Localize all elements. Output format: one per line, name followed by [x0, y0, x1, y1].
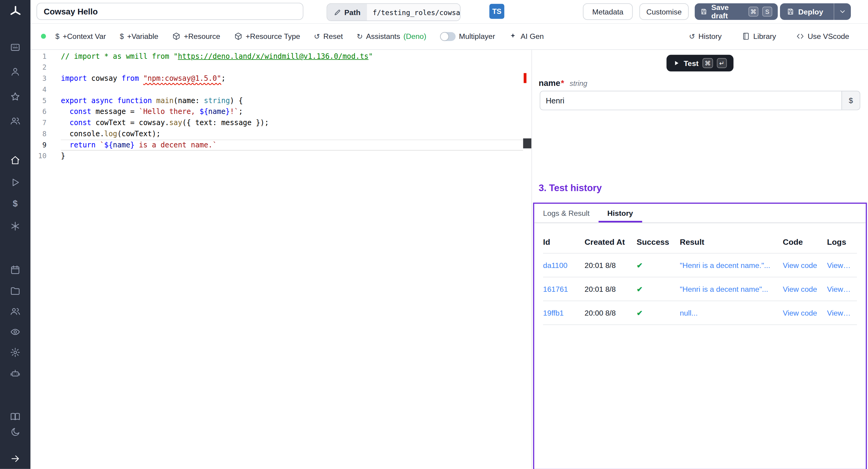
schedules-icon[interactable]	[0, 263, 30, 276]
members-icon[interactable]	[0, 305, 30, 317]
view-code-link[interactable]: View code	[783, 285, 827, 293]
view-code-link[interactable]: View code	[783, 309, 827, 317]
code-line[interactable]: // import * as wmill from "https://deno.…	[61, 51, 523, 62]
reset-label: Reset	[323, 32, 343, 41]
refresh-icon: ↻	[357, 33, 363, 40]
assistants-lang-label: (Deno)	[404, 32, 427, 41]
code-line[interactable]: import cowsay from "npm:cowsay@1.5.0";	[61, 73, 523, 84]
view-code-link[interactable]: View code	[783, 261, 827, 270]
line-number: 3	[30, 73, 61, 84]
code-line[interactable]	[61, 84, 523, 95]
add-resource-button[interactable]: +Resource	[172, 32, 220, 41]
history-icon: ↺	[689, 33, 695, 40]
toolbar-right: ↺ History Library Use VScode	[669, 32, 868, 41]
view-logs-link[interactable]: View logs	[827, 285, 857, 293]
column-header: Code	[783, 238, 827, 246]
code-lines[interactable]: // import * as wmill from "https://deno.…	[61, 51, 523, 469]
test-button[interactable]: Test ⌘ ↵	[667, 55, 734, 71]
ai-gen-button[interactable]: AI Gen	[509, 32, 544, 41]
code-line[interactable]: }	[61, 151, 523, 162]
multiplayer-toggle[interactable]	[440, 32, 456, 41]
deploy-main[interactable]: Deploy	[780, 3, 830, 20]
variables-icon[interactable]: $	[0, 198, 30, 210]
line-number: 7	[30, 117, 61, 128]
view-logs-link[interactable]: View logs	[827, 261, 857, 270]
code-line[interactable]: export async function main(name: string)…	[61, 95, 523, 106]
line-number: 1	[30, 51, 61, 62]
run-id-link[interactable]: 161761	[543, 285, 585, 293]
code-line[interactable]	[61, 62, 523, 73]
audit-logs-icon[interactable]	[0, 325, 30, 338]
use-vscode-button[interactable]: Use VScode	[796, 32, 849, 41]
view-logs-link[interactable]: View logs	[827, 309, 857, 317]
toggle-knob	[441, 32, 448, 40]
editor-toolbar: $ +Context Var $ +Variable +Resource +Re…	[30, 23, 868, 50]
book-icon	[742, 32, 750, 41]
deploy-button[interactable]: Deploy	[780, 3, 851, 20]
groups-icon[interactable]	[0, 115, 30, 127]
metadata-button[interactable]: Metadata	[583, 3, 632, 20]
add-context-var-button[interactable]: $ +Context Var	[56, 32, 106, 41]
add-variable-button[interactable]: $ +Variable	[120, 32, 158, 41]
workspace-icon[interactable]	[0, 41, 30, 53]
library-button[interactable]: Library	[742, 32, 776, 41]
run-id-link[interactable]: 19ffb1	[543, 309, 585, 317]
code-line[interactable]: const message = `Hello there, ${name}!`;	[61, 106, 523, 118]
home-icon[interactable]	[0, 154, 30, 166]
code-line[interactable]: console.log(cowText);	[61, 128, 523, 139]
deploy-label: Deploy	[798, 7, 824, 16]
assistants-label: Assistants	[366, 32, 400, 41]
tab-history[interactable]: History	[598, 204, 642, 222]
customise-button[interactable]: Customise	[639, 3, 688, 20]
main-content: 12345678910 // import * as wmill from "h…	[30, 50, 868, 469]
table-row: da110020:01 8/8✔"Henri is a decent name.…	[543, 253, 857, 277]
test-history-box: Logs & ResultHistory IdCreated AtSuccess…	[533, 202, 867, 469]
folders-icon[interactable]	[0, 285, 30, 296]
play-icon	[673, 60, 680, 66]
expand-sidebar-icon[interactable]	[0, 452, 30, 465]
test-history-title: 3. Test history	[538, 183, 601, 194]
package-icon	[234, 32, 242, 41]
code-line[interactable]: const cowText = cowsay.say({ text: messa…	[61, 117, 523, 128]
resources-icon[interactable]	[0, 220, 30, 232]
insert-variable-button[interactable]: $	[841, 91, 860, 110]
reset-button[interactable]: ↺ Reset	[314, 32, 343, 41]
arg-name-input[interactable]	[540, 91, 841, 110]
variable-label: +Variable	[127, 32, 158, 41]
column-header: Created At	[585, 238, 637, 246]
line-number: 9	[30, 139, 61, 151]
user-icon[interactable]	[0, 65, 30, 77]
code-editor[interactable]: 12345678910 // import * as wmill from "h…	[30, 50, 523, 469]
overview-ruler[interactable]	[523, 50, 532, 469]
dark-mode-icon[interactable]	[0, 426, 30, 438]
tab-logs-result[interactable]: Logs & Result	[534, 204, 598, 222]
resource-label: +Resource	[184, 32, 220, 41]
code-line[interactable]: return `${name} is a decent name.`	[61, 139, 523, 151]
path-button[interactable]: Path f/testing_roles/cowsa	[327, 3, 461, 21]
history-button[interactable]: ↺ History	[689, 32, 721, 41]
result-link[interactable]: "Henri is a decent name"...	[680, 285, 783, 293]
column-header: Logs	[827, 238, 857, 246]
star-icon[interactable]	[0, 90, 30, 102]
windmill-logo[interactable]	[0, 4, 30, 19]
result-link[interactable]: null...	[680, 309, 783, 317]
result-link[interactable]: "Henri is a decent name."...	[680, 261, 783, 270]
multiplayer-label: Multiplayer	[459, 32, 495, 41]
vscode-icon	[796, 32, 804, 41]
app: Path f/testing_roles/cowsa TS Metadata C…	[0, 0, 868, 469]
assistants-button[interactable]: ↻ Assistants (Deno)	[357, 32, 427, 41]
run-id-link[interactable]: da1100	[543, 261, 585, 270]
runs-icon[interactable]	[0, 176, 30, 188]
line-number: 4	[30, 84, 61, 95]
success-check: ✔	[637, 309, 680, 317]
workers-icon[interactable]	[0, 367, 30, 379]
script-name-input[interactable]	[36, 3, 303, 20]
add-resource-type-button[interactable]: +Resource Type	[234, 32, 300, 41]
deploy-options-button[interactable]	[834, 3, 851, 20]
path-edit-segment[interactable]: Path	[327, 4, 367, 21]
sparkle-icon	[509, 32, 518, 41]
settings-icon[interactable]	[0, 346, 30, 358]
docs-icon[interactable]	[0, 410, 30, 422]
save-draft-button[interactable]: Save draft ⌘ S	[695, 3, 778, 20]
path-value[interactable]: f/testing_roles/cowsa	[367, 4, 460, 21]
